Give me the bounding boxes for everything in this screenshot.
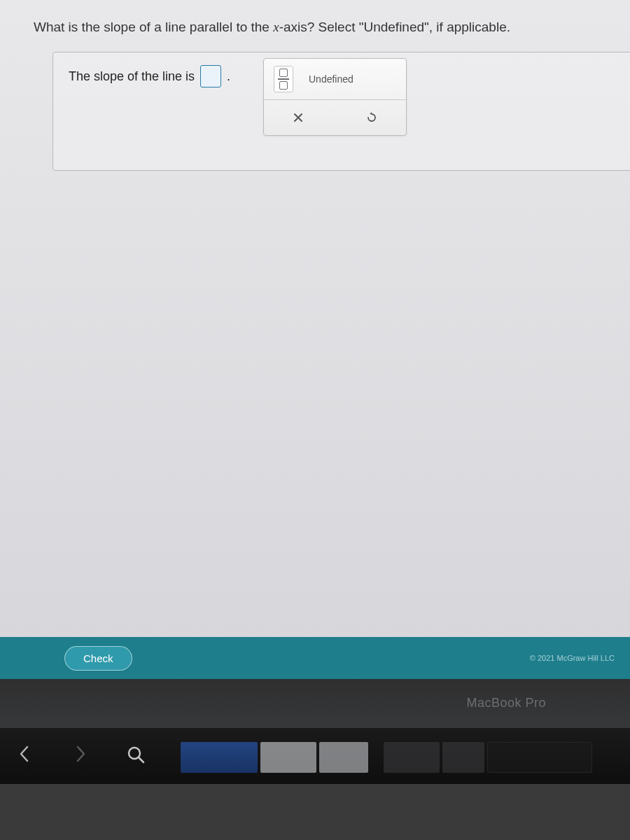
svg-line-1 xyxy=(139,757,144,762)
bottom-nav-bar xyxy=(0,728,630,784)
chevron-left-icon xyxy=(18,745,31,763)
taskbar-tile[interactable] xyxy=(319,742,368,773)
question-prompt-pre: What is the slope of a line parallel to … xyxy=(34,20,273,34)
app-screen: What is the slope of a line parallel to … xyxy=(0,0,630,679)
answer-input[interactable] xyxy=(200,65,221,88)
fraction-denominator-icon xyxy=(279,81,288,90)
toolbox-row-2 xyxy=(264,99,406,135)
fraction-numerator-icon xyxy=(279,69,288,77)
fraction-bar-icon xyxy=(278,78,289,80)
taskbar-area xyxy=(181,739,616,773)
check-button[interactable]: Check xyxy=(64,646,132,671)
copyright-text: © 2021 McGraw Hill LLC xyxy=(530,654,615,662)
taskbar-tile[interactable] xyxy=(442,742,484,773)
toolbox-row-1: Undefined xyxy=(264,59,406,99)
nav-back-button[interactable] xyxy=(14,745,35,768)
search-icon xyxy=(126,745,146,764)
math-toolbox: Undefined xyxy=(263,58,407,136)
question-prompt-post: -axis? Select "Undefined", if applicable… xyxy=(279,20,510,34)
taskbar-tile[interactable] xyxy=(260,742,316,773)
clear-button[interactable] xyxy=(284,107,313,128)
x-icon xyxy=(293,112,304,123)
fraction-button[interactable] xyxy=(274,66,293,92)
undo-icon xyxy=(365,111,378,124)
search-button[interactable] xyxy=(126,745,146,767)
answer-period: . xyxy=(227,69,230,84)
undefined-button[interactable]: Undefined xyxy=(306,69,356,89)
chevron-right-icon xyxy=(74,745,87,763)
taskbar-tile[interactable] xyxy=(384,742,440,773)
nav-forward-button[interactable] xyxy=(70,745,91,768)
answer-sentence: The slope of the line is xyxy=(69,69,195,84)
laptop-bezel: MacBook Pro xyxy=(0,679,630,784)
question-variable-x: x xyxy=(273,20,279,34)
device-label: MacBook Pro xyxy=(466,696,546,710)
taskbar-tile[interactable] xyxy=(181,742,258,773)
footer-bar: Check © 2021 McGraw Hill LLC xyxy=(0,637,630,679)
question-prompt: What is the slope of a line parallel to … xyxy=(34,20,616,35)
taskbar-tile[interactable] xyxy=(487,742,592,773)
answer-panel: The slope of the line is . Undefined xyxy=(52,52,630,171)
reset-button[interactable] xyxy=(357,107,386,128)
